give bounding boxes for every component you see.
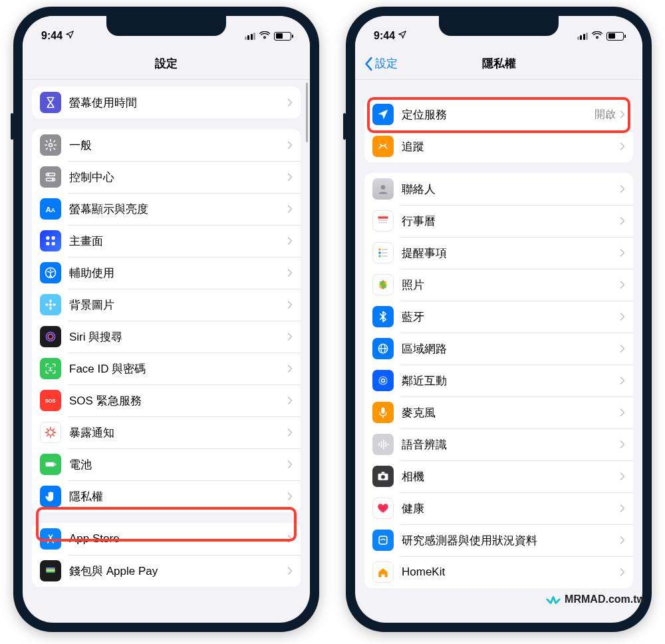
row-label: 主畫面 bbox=[69, 234, 287, 249]
siri-icon bbox=[40, 326, 61, 347]
svg-point-14 bbox=[49, 299, 51, 303]
row-wallet-applepay[interactable]: 錢包與 Apple Pay bbox=[32, 555, 301, 587]
row-label: 電池 bbox=[69, 457, 287, 472]
svg-rect-42 bbox=[383, 220, 385, 221]
row-control-center[interactable]: 控制中心 bbox=[32, 161, 301, 193]
svg-point-21 bbox=[52, 367, 53, 369]
flower-icon bbox=[40, 294, 61, 315]
row-label: Face ID 與密碼 bbox=[69, 361, 287, 377]
row-label: 相機 bbox=[402, 469, 620, 484]
row-faceid-passcode[interactable]: Face ID 與密碼 bbox=[32, 353, 301, 385]
svg-line-28 bbox=[47, 428, 49, 430]
row-siri-search[interactable]: Siri 與搜尋 bbox=[32, 321, 301, 353]
chevron-right-icon bbox=[620, 472, 625, 481]
svg-rect-8 bbox=[52, 236, 55, 240]
back-button[interactable]: 設定 bbox=[364, 48, 398, 79]
row-wallpaper[interactable]: 背景圖片 bbox=[32, 289, 301, 321]
svg-point-16 bbox=[45, 303, 49, 305]
row-label: 健康 bbox=[402, 501, 620, 516]
row-privacy[interactable]: 隱私權 bbox=[32, 480, 301, 512]
row-label: HomeKit bbox=[402, 565, 620, 579]
row-general[interactable]: 一般 bbox=[32, 129, 301, 161]
svg-line-30 bbox=[53, 428, 55, 430]
row-homekit[interactable]: HomeKit bbox=[364, 556, 633, 588]
gear-icon bbox=[40, 134, 61, 156]
row-label: SOS 緊急服務 bbox=[69, 393, 287, 408]
svg-point-70 bbox=[381, 475, 385, 479]
row-tracking[interactable]: 追蹤 bbox=[364, 130, 633, 162]
accessibility-icon bbox=[40, 262, 61, 283]
chevron-right-icon bbox=[287, 172, 293, 182]
row-local-network[interactable]: 區域網路 bbox=[364, 333, 633, 365]
row-nearby-interaction[interactable]: 鄰近互動 bbox=[364, 365, 633, 397]
row-label: 行事曆 bbox=[402, 214, 620, 229]
svg-point-19 bbox=[48, 334, 53, 339]
settings-list[interactable]: 螢幕使用時間 一般 bbox=[23, 80, 310, 623]
row-exposure-notification[interactable]: 暴露通知 bbox=[32, 416, 301, 448]
notch bbox=[106, 16, 226, 36]
row-research-sensors[interactable]: 研究感測器與使用狀況資料 bbox=[364, 524, 633, 556]
cell-signal-icon bbox=[577, 33, 589, 40]
svg-point-20 bbox=[49, 367, 50, 369]
row-contacts[interactable]: 聯絡人 bbox=[364, 173, 633, 205]
row-reminders[interactable]: 提醒事項 bbox=[364, 237, 633, 269]
status-time: 9:44 bbox=[41, 30, 63, 42]
chevron-right-icon bbox=[287, 140, 293, 150]
svg-point-13 bbox=[49, 303, 52, 306]
row-sos[interactable]: SOS SOS 緊急服務 bbox=[32, 385, 301, 416]
camera-icon bbox=[372, 466, 394, 487]
svg-point-4 bbox=[52, 178, 54, 180]
svg-rect-7 bbox=[46, 236, 49, 240]
location-icon bbox=[372, 104, 394, 125]
chevron-right-icon bbox=[287, 534, 293, 544]
row-label: 背景圖片 bbox=[69, 297, 287, 313]
svg-point-50 bbox=[378, 255, 380, 257]
watermark-logo-icon bbox=[546, 592, 561, 607]
chevron-right-icon bbox=[620, 216, 625, 226]
svg-line-31 bbox=[47, 434, 49, 436]
svg-point-2 bbox=[47, 174, 49, 176]
row-label: 研究感測器與使用狀況資料 bbox=[402, 533, 620, 548]
svg-rect-43 bbox=[385, 220, 387, 221]
svg-point-12 bbox=[50, 269, 52, 271]
apps-grid-icon bbox=[40, 230, 61, 251]
phone-left: 9:44 設定 bbox=[13, 7, 319, 632]
contacts-icon bbox=[372, 178, 394, 200]
chevron-right-icon bbox=[620, 142, 625, 151]
row-detail: 開啟 bbox=[595, 108, 616, 122]
row-display-brightness[interactable]: AA 螢幕顯示與亮度 bbox=[32, 193, 301, 225]
row-label: 螢幕使用時間 bbox=[69, 95, 287, 110]
chevron-right-icon bbox=[287, 300, 293, 309]
svg-text:SOS: SOS bbox=[45, 398, 56, 404]
row-location-services[interactable]: 定位服務 開啟 bbox=[364, 98, 633, 130]
row-calendar[interactable]: 行事曆 bbox=[364, 205, 633, 237]
row-battery[interactable]: 電池 bbox=[32, 448, 301, 480]
row-label: 語音辨識 bbox=[402, 437, 620, 452]
wifi-icon bbox=[259, 30, 270, 42]
row-photos[interactable]: 照片 bbox=[364, 269, 633, 301]
row-health[interactable]: 健康 bbox=[364, 492, 633, 524]
svg-rect-35 bbox=[46, 567, 55, 569]
row-app-store[interactable]: App Store bbox=[32, 523, 301, 555]
row-label: 追蹤 bbox=[402, 139, 620, 154]
photos-icon bbox=[372, 274, 394, 295]
hourglass-icon bbox=[40, 92, 61, 113]
svg-rect-33 bbox=[55, 463, 57, 465]
row-bluetooth[interactable]: 藍牙 bbox=[364, 301, 633, 333]
row-accessibility[interactable]: 輔助使用 bbox=[32, 257, 301, 289]
row-label: 定位服務 bbox=[402, 107, 595, 122]
hand-icon bbox=[40, 486, 61, 507]
nearby-icon bbox=[372, 370, 394, 391]
row-speech-recognition[interactable]: 語音辨識 bbox=[364, 428, 633, 460]
svg-rect-40 bbox=[378, 220, 380, 221]
chevron-right-icon bbox=[620, 504, 625, 513]
privacy-list[interactable]: 定位服務 開啟 追蹤 bbox=[355, 80, 642, 623]
virus-icon bbox=[40, 422, 61, 443]
faceid-icon bbox=[40, 358, 61, 379]
chevron-right-icon bbox=[620, 567, 625, 577]
row-microphone[interactable]: 麥克風 bbox=[364, 397, 633, 428]
row-camera[interactable]: 相機 bbox=[364, 460, 633, 492]
row-home-screen[interactable]: 主畫面 bbox=[32, 225, 301, 257]
row-screentime[interactable]: 螢幕使用時間 bbox=[32, 86, 301, 118]
chevron-right-icon bbox=[287, 98, 293, 107]
